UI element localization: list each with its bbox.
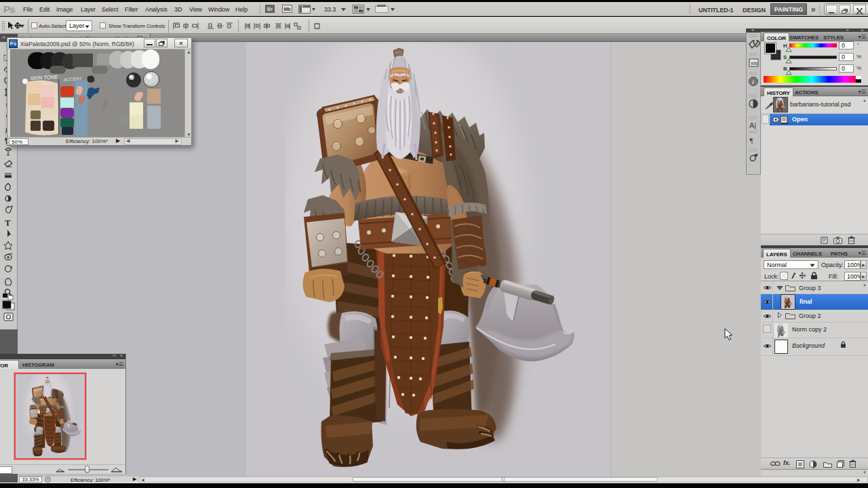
svg-text:¶: ¶ (750, 136, 753, 144)
svg-text:A|: A| (749, 121, 756, 129)
svg-text:T: T (5, 218, 11, 228)
svg-text:Wb: Wb (751, 61, 758, 66)
svg-text:SKIN TONE: SKIN TONE (31, 74, 59, 81)
